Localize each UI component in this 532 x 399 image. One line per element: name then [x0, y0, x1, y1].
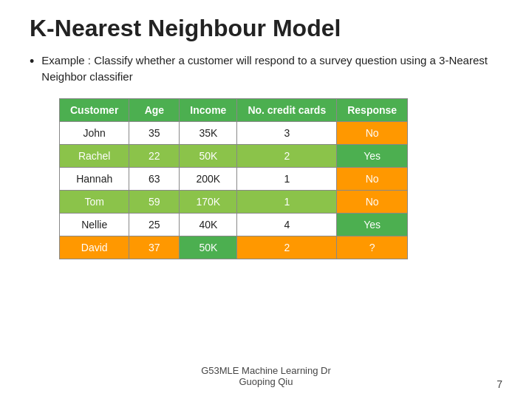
cell-age: 35 — [129, 121, 180, 144]
slide-container: K-Nearest Neighbour Model • Example : Cl… — [0, 0, 532, 399]
cell-income: 200K — [180, 167, 237, 190]
cell-credit: 2 — [237, 236, 337, 259]
col-header-age: Age — [129, 98, 180, 121]
table-row: Hannah63200K1No — [60, 167, 408, 190]
col-header-income: Income — [180, 98, 237, 121]
table-row: Nellie2540K4Yes — [60, 213, 408, 236]
bullet-symbol: • — [30, 54, 34, 69]
cell-age: 37 — [129, 236, 180, 259]
bullet-text: Example : Classify whether a customer wi… — [41, 52, 502, 85]
cell-income: 170K — [180, 190, 237, 213]
cell-credit: 4 — [237, 213, 337, 236]
cell-age: 59 — [129, 190, 180, 213]
cell-response: No — [337, 190, 408, 213]
table-row: Tom59170K1No — [60, 190, 408, 213]
cell-customer: John — [60, 121, 129, 144]
cell-customer: Tom — [60, 190, 129, 213]
cell-income: 50K — [180, 236, 237, 259]
cell-credit: 1 — [237, 190, 337, 213]
footer-line1: G53MLE Machine Learning Dr — [30, 365, 502, 376]
table-row: John3535K3No — [60, 121, 408, 144]
cell-customer: Hannah — [60, 167, 129, 190]
table-header-row: Customer Age Income No. credit cards Res… — [60, 98, 408, 121]
col-header-credit: No. credit cards — [237, 98, 337, 121]
cell-income: 35K — [180, 121, 237, 144]
cell-customer: Nellie — [60, 213, 129, 236]
cell-response: ? — [337, 236, 408, 259]
data-table-container: Customer Age Income No. credit cards Res… — [59, 98, 502, 259]
cell-age: 63 — [129, 167, 180, 190]
col-header-response: Response — [337, 98, 408, 121]
cell-customer: David — [60, 236, 129, 259]
bullet-row: • Example : Classify whether a customer … — [30, 52, 502, 85]
cell-customer: Rachel — [60, 144, 129, 167]
cell-credit: 2 — [237, 144, 337, 167]
table-row: David3750K2? — [60, 236, 408, 259]
page-number: 7 — [497, 378, 502, 390]
table-row: Rachel2250K2Yes — [60, 144, 408, 167]
cell-response: No — [337, 121, 408, 144]
cell-credit: 3 — [237, 121, 337, 144]
slide-title: K-Nearest Neighbour Model — [30, 15, 502, 42]
cell-credit: 1 — [237, 167, 337, 190]
cell-response: Yes — [337, 144, 408, 167]
col-header-customer: Customer — [60, 98, 129, 121]
cell-income: 40K — [180, 213, 237, 236]
cell-response: No — [337, 167, 408, 190]
cell-income: 50K — [180, 144, 237, 167]
footer-line2: Guoping Qiu — [30, 376, 502, 387]
cell-age: 22 — [129, 144, 180, 167]
footer: G53MLE Machine Learning Dr Guoping Qiu — [30, 365, 502, 392]
cell-response: Yes — [337, 213, 408, 236]
knn-table: Customer Age Income No. credit cards Res… — [59, 98, 408, 259]
cell-age: 25 — [129, 213, 180, 236]
